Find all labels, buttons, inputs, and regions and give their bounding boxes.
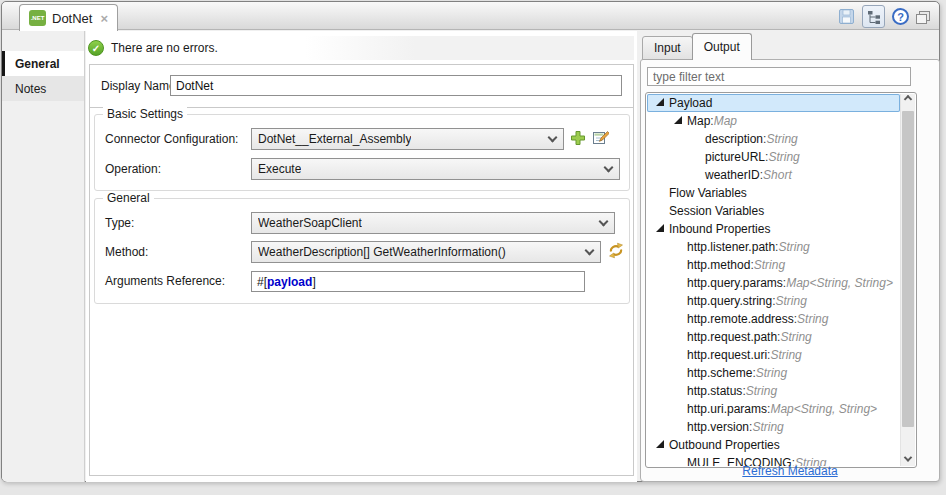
tree-node-type: String: [754, 258, 785, 272]
tree-node-type: String: [778, 240, 809, 254]
tree-node-flow-variables[interactable]: Flow Variables: [647, 184, 900, 202]
restore-window-icon[interactable]: [916, 11, 929, 23]
connector-configuration-select[interactable]: DotNet__External_Assembly: [251, 128, 564, 150]
arguments-reference-input[interactable]: #[payload]: [251, 271, 585, 292]
tree-node-type: String: [780, 330, 811, 344]
scroll-up-icon[interactable]: [901, 94, 915, 109]
tree-node-pictureurl[interactable]: pictureURL : String: [647, 148, 900, 166]
tree-node-type: String: [752, 420, 783, 434]
tree-node-http-scheme[interactable]: http.scheme : String: [647, 364, 900, 382]
tree-node-http-remote-address[interactable]: http.remote.address : String: [647, 310, 900, 328]
dotnet-icon: .NET: [29, 10, 46, 26]
metadata-tree-box: PayloadMap : Mapdescription : Stringpict…: [645, 92, 917, 468]
tree-node-weatherid[interactable]: weatherID : Short: [647, 166, 900, 184]
tree-node-label: http.query.string: [687, 294, 772, 308]
tree-node-label: http.version: [687, 420, 749, 434]
tree-node-http-query-string[interactable]: http.query.string : String: [647, 292, 900, 310]
expression-prefix: #[: [257, 275, 267, 289]
form-box: Display Name: Basic Settings Connector C…: [89, 64, 634, 476]
tree-node-http-status[interactable]: http.status : String: [647, 382, 900, 400]
status-message: There are no errors.: [111, 41, 218, 55]
tree-node-type: Map<String, String>: [786, 276, 893, 290]
metadata-tree: PayloadMap : Mapdescription : Stringpict…: [647, 94, 900, 466]
expand-arrow-icon[interactable]: [654, 100, 669, 106]
editor-panel: There are no errors. Display Name: Basic…: [86, 31, 637, 482]
expand-arrow-icon[interactable]: [672, 118, 687, 124]
titlebar: .NET DotNet ×: [2, 2, 939, 30]
tree-node-label: Map: [687, 114, 710, 128]
tree-node-description[interactable]: description : String: [647, 130, 900, 148]
scrollbar-thumb[interactable]: [902, 111, 914, 427]
refresh-methods-button[interactable]: [607, 242, 625, 262]
toolbar: [838, 4, 929, 29]
expression-suffix: ]: [312, 275, 315, 289]
tree-node-type: Map<String, String>: [770, 402, 877, 416]
tab-output-label: Output: [704, 40, 740, 54]
tree-node-type: Short: [763, 168, 792, 182]
tree-node-http-method[interactable]: http.method : String: [647, 256, 900, 274]
display-name-row: Display Name:: [90, 65, 633, 108]
sidebar-item-general-label: General: [15, 57, 60, 71]
tree-node-label: http.request.uri: [687, 348, 767, 362]
tree-node-label: Payload: [669, 96, 712, 110]
tree-node-type: String: [746, 384, 777, 398]
tree-node-http-listener-path[interactable]: http.listener.path : String: [647, 238, 900, 256]
method-value: WeatherDescription[] GetWeatherInformati…: [258, 245, 506, 259]
tree-node-label: http.query.params: [687, 276, 783, 290]
type-select[interactable]: WeatherSoapClient: [251, 212, 615, 234]
tree-node-http-request-uri[interactable]: http.request.uri : String: [647, 346, 900, 364]
tree-node-label: description: [705, 132, 763, 146]
tree-node-type: String: [768, 150, 799, 164]
tree-node-http-request-path[interactable]: http.request.path : String: [647, 328, 900, 346]
tree-node-type: String: [766, 132, 797, 146]
chevron-down-icon: [599, 216, 609, 226]
connector-configuration-value: DotNet__External_Assembly: [258, 132, 411, 146]
tree-node-label: pictureURL: [705, 150, 765, 164]
expand-arrow-icon[interactable]: [654, 442, 669, 448]
tree-node-http-version[interactable]: http.version : String: [647, 418, 900, 436]
tab-close-icon[interactable]: ×: [100, 11, 108, 26]
general-legend: General: [103, 191, 154, 205]
editor-tab-dotnet[interactable]: .NET DotNet ×: [19, 4, 118, 31]
tree-node-label: http.method: [687, 258, 750, 272]
method-select[interactable]: WeatherDescription[] GetWeatherInformati…: [251, 241, 601, 263]
tree-node-inbound-properties[interactable]: Inbound Properties: [647, 220, 900, 238]
chevron-down-icon: [585, 245, 595, 255]
chevron-down-icon: [548, 132, 558, 142]
add-configuration-button[interactable]: [570, 130, 586, 149]
tree-node-label: http.request.path: [687, 330, 777, 344]
tree-node-type: String: [776, 294, 807, 308]
operation-label: Operation:: [105, 162, 161, 176]
vertical-scrollbar[interactable]: [900, 94, 915, 466]
edit-configuration-button[interactable]: [592, 130, 609, 149]
tree-node-payload[interactable]: Payload: [647, 94, 900, 112]
tree-node-type: String: [770, 348, 801, 362]
display-name-input[interactable]: [170, 75, 622, 96]
tab-output[interactable]: Output: [692, 33, 752, 60]
tree-view-icon[interactable]: [862, 5, 885, 28]
sidebar-item-general[interactable]: General: [2, 51, 84, 76]
sidebar: General Notes: [2, 31, 85, 482]
tree-node-map[interactable]: Map : Map: [647, 112, 900, 130]
tree-node-outbound-properties[interactable]: Outbound Properties: [647, 436, 900, 454]
operation-select[interactable]: Execute: [251, 158, 620, 180]
tree-node-http-query-params[interactable]: http.query.params : Map<String, String>: [647, 274, 900, 292]
no-errors-check-icon: [88, 40, 104, 56]
tree-node-http-uri-params[interactable]: http.uri.params : Map<String, String>: [647, 400, 900, 418]
filter-input[interactable]: [647, 67, 911, 86]
metadata-tabs: Input Output: [642, 33, 751, 60]
sidebar-item-notes[interactable]: Notes: [2, 76, 84, 101]
expand-arrow-icon[interactable]: [654, 226, 669, 232]
operation-value: Execute: [258, 162, 301, 176]
editor-tab-label: DotNet: [52, 11, 92, 26]
metadata-panel: Input Output PayloadMap : Mapdescription…: [640, 33, 940, 482]
save-icon[interactable]: [838, 8, 855, 25]
refresh-metadata-link[interactable]: Refresh Metadata: [641, 464, 939, 478]
properties-window: .NET DotNet ×: [1, 1, 940, 482]
help-icon[interactable]: [892, 8, 909, 25]
tree-node-session-variables[interactable]: Session Variables: [647, 202, 900, 220]
tab-input[interactable]: Input: [642, 36, 693, 60]
metadata-panel-body: PayloadMap : Mapdescription : Stringpict…: [640, 59, 940, 482]
general-group: General Type: WeatherSoapClient Method: …: [94, 198, 630, 304]
type-label: Type:: [105, 216, 134, 230]
